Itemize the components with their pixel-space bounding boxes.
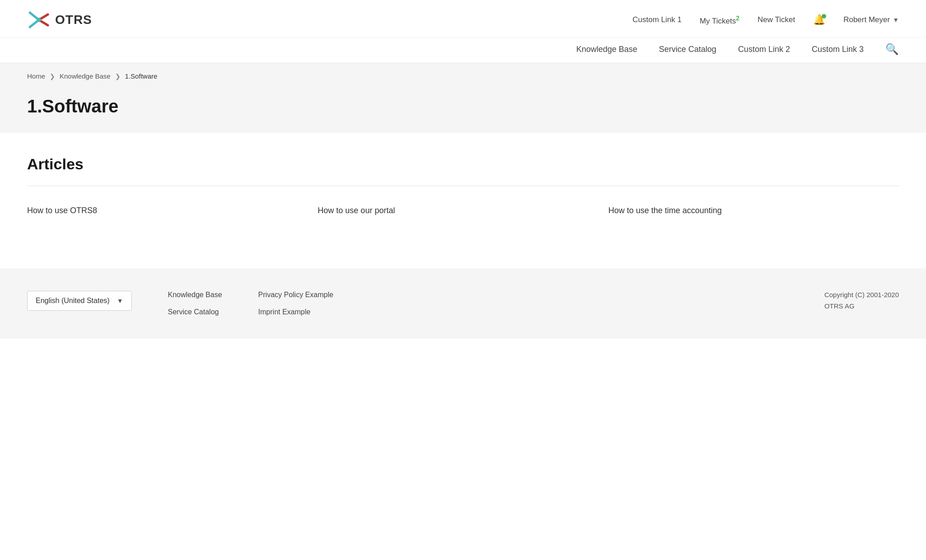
footer-col-1: Knowledge Base Service Catalog bbox=[168, 291, 222, 316]
articles-divider bbox=[27, 186, 899, 186]
article-link-2[interactable]: How to use the time accounting bbox=[608, 202, 899, 219]
notification-dot bbox=[822, 14, 826, 19]
breadcrumb: Home ❯ Knowledge Base ❯ 1.Software bbox=[27, 72, 899, 80]
footer-language-selector: English (United States) ▼ bbox=[27, 291, 132, 311]
footer-copyright: Copyright (C) 2001-2020 OTRS AG bbox=[824, 291, 899, 310]
breadcrumb-knowledge-base[interactable]: Knowledge Base bbox=[60, 72, 111, 80]
svg-point-4 bbox=[37, 18, 41, 22]
nav-custom-link-3[interactable]: Custom Link 3 bbox=[812, 45, 864, 54]
nav-my-tickets[interactable]: My Tickets2 bbox=[700, 14, 739, 26]
header-bottom-bar: Knowledge Base Service Catalog Custom Li… bbox=[0, 37, 926, 63]
articles-grid: How to use OTRS8 How to use our portal H… bbox=[27, 202, 899, 219]
breadcrumb-sep-1: ❯ bbox=[50, 73, 55, 80]
footer-links: Knowledge Base Service Catalog Privacy P… bbox=[168, 291, 333, 316]
footer-imprint[interactable]: Imprint Example bbox=[258, 308, 333, 316]
breadcrumb-current: 1.Software bbox=[125, 72, 158, 80]
notification-bell[interactable]: 🔔 bbox=[813, 14, 825, 26]
lang-chevron-icon: ▼ bbox=[117, 297, 123, 304]
articles-heading: Articles bbox=[27, 155, 899, 173]
footer-knowledge-base[interactable]: Knowledge Base bbox=[168, 291, 222, 299]
footer-service-catalog[interactable]: Service Catalog bbox=[168, 308, 222, 316]
header-top-bar: OTRS Custom Link 1 My Tickets2 New Ticke… bbox=[0, 0, 926, 37]
footer-privacy-policy[interactable]: Privacy Policy Example bbox=[258, 291, 333, 299]
search-icon[interactable]: 🔍 bbox=[885, 43, 899, 56]
my-tickets-label: My Tickets bbox=[700, 16, 736, 25]
nav-custom-link-2[interactable]: Custom Link 2 bbox=[738, 45, 790, 54]
bottom-nav: Knowledge Base Service Catalog Custom Li… bbox=[576, 45, 864, 54]
my-tickets-badge: 2 bbox=[736, 14, 739, 22]
breadcrumb-section: Home ❯ Knowledge Base ❯ 1.Software bbox=[0, 63, 926, 89]
article-link-1[interactable]: How to use our portal bbox=[318, 202, 608, 219]
nav-service-catalog[interactable]: Service Catalog bbox=[659, 45, 716, 54]
nav-custom-link-1[interactable]: Custom Link 1 bbox=[632, 15, 682, 24]
copyright-text: Copyright (C) 2001-2020 bbox=[824, 291, 899, 299]
language-select[interactable]: English (United States) ▼ bbox=[27, 291, 132, 311]
company-name: OTRS AG bbox=[824, 302, 899, 310]
footer-inner: English (United States) ▼ Knowledge Base… bbox=[27, 291, 899, 316]
language-label: English (United States) bbox=[36, 297, 110, 305]
breadcrumb-home[interactable]: Home bbox=[27, 72, 45, 80]
page-title: 1.Software bbox=[27, 96, 899, 117]
nav-new-ticket[interactable]: New Ticket bbox=[758, 15, 795, 24]
logo-icon bbox=[27, 8, 51, 32]
chevron-down-icon: ▼ bbox=[893, 16, 899, 23]
article-link-0[interactable]: How to use OTRS8 bbox=[27, 202, 318, 219]
logo-text: OTRS bbox=[55, 13, 92, 27]
logo-link[interactable]: OTRS bbox=[27, 8, 92, 32]
user-menu[interactable]: Robert Meyer ▼ bbox=[843, 15, 899, 24]
site-footer: English (United States) ▼ Knowledge Base… bbox=[0, 268, 926, 339]
breadcrumb-sep-2: ❯ bbox=[115, 73, 121, 80]
site-header: OTRS Custom Link 1 My Tickets2 New Ticke… bbox=[0, 0, 926, 63]
logo-area: OTRS bbox=[27, 8, 92, 32]
user-name: Robert Meyer bbox=[843, 15, 890, 24]
nav-knowledge-base[interactable]: Knowledge Base bbox=[576, 45, 637, 54]
main-content: Articles How to use OTRS8 How to use our… bbox=[0, 133, 926, 268]
footer-col-2: Privacy Policy Example Imprint Example bbox=[258, 291, 333, 316]
page-title-section: 1.Software bbox=[0, 89, 926, 133]
